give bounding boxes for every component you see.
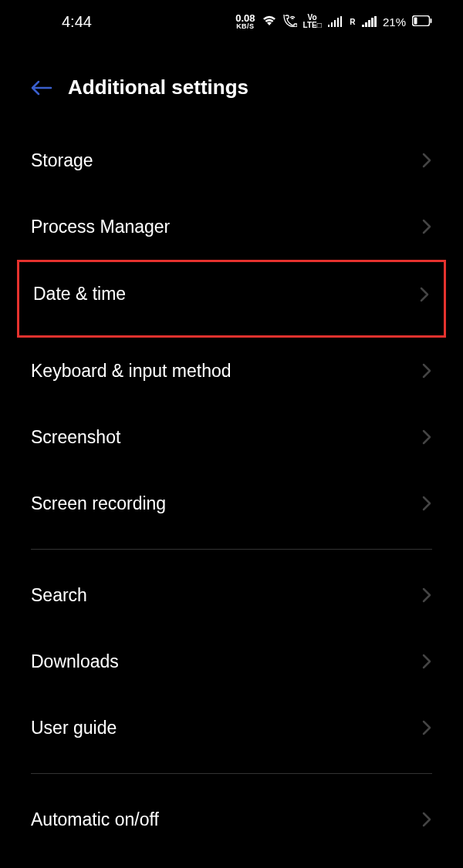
header: Additional settings: [0, 43, 463, 127]
highlight-date-time: Date & time: [17, 260, 446, 338]
roaming-label: R: [350, 18, 355, 26]
chevron-right-icon: [421, 811, 432, 828]
volte-icon: Vo LTE□: [303, 14, 322, 29]
chevron-right-icon: [421, 719, 432, 736]
row-label: Screenshot: [31, 427, 120, 448]
wifi-icon: [262, 15, 277, 29]
row-label: Automatic on/off: [31, 809, 159, 830]
row-process-manager[interactable]: Process Manager: [0, 193, 463, 260]
row-downloads[interactable]: Downloads: [0, 628, 463, 695]
chevron-right-icon: [421, 495, 432, 512]
row-screen-recording[interactable]: Screen recording: [0, 470, 463, 537]
chevron-right-icon: [421, 152, 432, 169]
row-label: Process Manager: [31, 217, 170, 237]
chevron-right-icon: [421, 587, 432, 604]
status-time: 4:44: [62, 13, 92, 31]
chevron-right-icon: [421, 429, 432, 446]
divider: [31, 773, 432, 774]
signal-1-icon: [328, 16, 343, 27]
row-date-time[interactable]: Date & time: [19, 262, 444, 335]
row-label: Downloads: [31, 651, 119, 672]
wifi-calling-icon: [283, 15, 297, 29]
row-label: User guide: [31, 718, 117, 738]
row-keyboard[interactable]: Keyboard & input method: [0, 338, 463, 404]
row-storage[interactable]: Storage: [0, 127, 463, 193]
divider: [31, 549, 432, 550]
svg-rect-1: [414, 17, 417, 24]
row-screenshot[interactable]: Screenshot: [0, 404, 463, 470]
row-search[interactable]: Search: [0, 562, 463, 628]
row-label: Date & time: [33, 284, 126, 304]
chevron-right-icon: [419, 286, 430, 303]
battery-percent: 21%: [383, 15, 406, 29]
svg-rect-2: [431, 19, 432, 23]
row-label: Search: [31, 585, 87, 606]
chevron-right-icon: [421, 653, 432, 670]
row-label: Keyboard & input method: [31, 361, 231, 382]
battery-icon: [412, 15, 432, 29]
page-title: Additional settings: [68, 76, 248, 99]
status-indicators: 0.08 KB/S Vo LTE□ R 21%: [235, 13, 432, 30]
settings-list: Storage Process Manager Date & time Keyb…: [0, 127, 463, 853]
row-user-guide[interactable]: User guide: [0, 695, 463, 761]
status-bar: 4:44 0.08 KB/S Vo LTE□ R 21%: [0, 0, 463, 43]
back-icon[interactable]: [31, 80, 52, 96]
row-label: Screen recording: [31, 493, 166, 514]
chevron-right-icon: [421, 362, 432, 379]
network-speed: 0.08 KB/S: [235, 13, 255, 30]
row-automatic-on-off[interactable]: Automatic on/off: [0, 786, 463, 853]
chevron-right-icon: [421, 218, 432, 235]
signal-2-icon: [362, 16, 377, 27]
row-label: Storage: [31, 150, 93, 171]
